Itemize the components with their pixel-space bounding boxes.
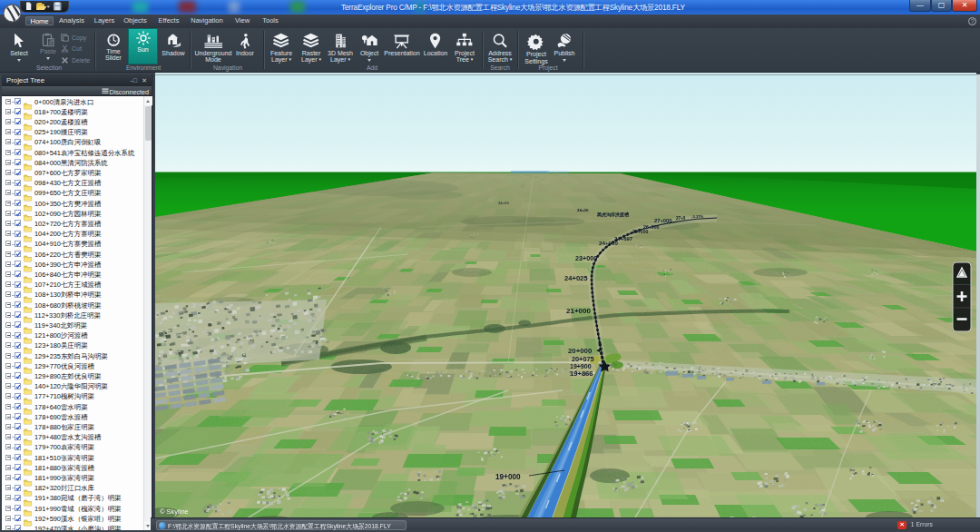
svg-text:27+000: 27+000 — [654, 218, 672, 223]
svg-text:19+900: 19+900 — [570, 363, 592, 369]
svg-text:25+000: 25+000 — [632, 229, 649, 234]
svg-text:24+05: 24+05 — [577, 208, 589, 212]
svg-text:-0.37%: -0.37% — [691, 214, 704, 219]
svg-text:19+000: 19+000 — [495, 473, 521, 481]
svg-text:27+0: 27+0 — [676, 216, 686, 221]
svg-text:24+000: 24+000 — [599, 240, 618, 246]
svg-text:24+00: 24+00 — [498, 201, 509, 205]
svg-text:19+866: 19+866 — [570, 369, 593, 378]
svg-text:21+000: 21+000 — [566, 307, 591, 315]
svg-text:黑虎沟排洪渡槽: 黑虎沟排洪渡槽 — [596, 212, 630, 218]
svg-text:20+075: 20+075 — [572, 355, 594, 363]
svg-text:24+025: 24+025 — [564, 274, 588, 282]
svg-text:20+000: 20+000 — [568, 347, 593, 355]
svg-text:23+000: 23+000 — [575, 254, 597, 262]
svg-text:© Skyline: © Skyline — [160, 507, 189, 516]
